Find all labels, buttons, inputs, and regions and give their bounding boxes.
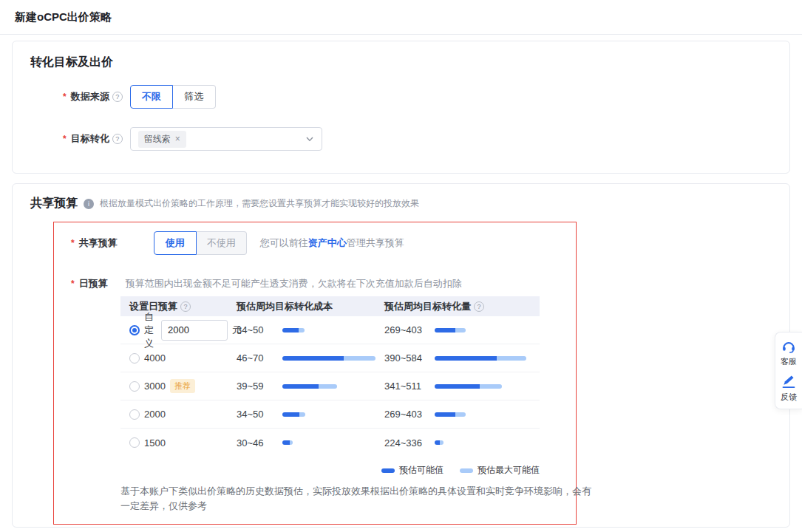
- headset-icon: [781, 339, 796, 354]
- volume-cell: 269~403: [384, 409, 540, 420]
- volume-cell: 390~584: [384, 352, 540, 364]
- budget-option-cell: 2000: [120, 409, 237, 420]
- shared-budget-label: 共享预算: [79, 236, 118, 250]
- bar-segment-possible: [282, 412, 299, 417]
- chevron-down-icon: [305, 134, 314, 143]
- info-icon: i: [84, 199, 94, 209]
- floating-side-panel: 客服 反馈: [775, 332, 802, 409]
- bar-segment-max-possible: [344, 356, 375, 361]
- legend-label: 预估最大可能值: [478, 464, 540, 477]
- pencil-icon: [781, 375, 796, 389]
- cost-estimate-bar: [282, 328, 305, 332]
- tag-close-icon[interactable]: ×: [175, 134, 180, 144]
- budget-option-label: 自定义: [144, 310, 154, 350]
- note-suffix: 管理共享预算: [347, 237, 404, 248]
- volume-estimate-bar: [435, 384, 502, 389]
- bar-segment-max-possible: [440, 440, 444, 445]
- required-asterisk: *: [63, 92, 67, 102]
- conversion-tag-label: 留线索: [144, 133, 171, 146]
- bar-segment-possible: [435, 384, 480, 389]
- bar-legend: 预估可能值 预估最大可能值: [120, 464, 540, 477]
- data-source-label-group: * 数据来源 ?: [63, 90, 123, 103]
- bar-segment-possible: [282, 440, 290, 445]
- data-source-option-unlimited[interactable]: 不限: [130, 85, 173, 109]
- budget-table: 设置日预算 ? 预估周均目标转化成本 预估周均目标转化量 ? 自定义元34~50…: [120, 296, 540, 457]
- customer-service-button[interactable]: 客服: [781, 339, 797, 367]
- shared-budget-hint: 根据放量模式出价策略的工作原理，需要您设置共享预算才能实现较好的投放效果: [100, 197, 419, 210]
- cost-cell: 34~50: [237, 324, 384, 335]
- cost-range-value: 34~50: [237, 324, 282, 335]
- volume-range-value: 269~403: [384, 409, 435, 420]
- budget-option-label: 3000: [144, 381, 166, 392]
- volume-range-value: 341~511: [384, 381, 435, 392]
- cost-range-value: 34~50: [237, 409, 282, 420]
- bar-segment-possible: [435, 412, 455, 417]
- bar-segment-max-possible: [319, 384, 337, 389]
- budget-radio[interactable]: [129, 381, 140, 392]
- bar-segment-max-possible: [455, 328, 466, 332]
- budget-radio[interactable]: [129, 325, 140, 335]
- budget-radio[interactable]: [129, 437, 140, 448]
- shared-budget-option-use[interactable]: 使用: [154, 231, 197, 255]
- cost-range-value: 30~46: [237, 437, 282, 449]
- cost-cell: 34~50: [237, 409, 384, 420]
- target-conversion-select[interactable]: 留线索 ×: [130, 127, 322, 151]
- question-icon[interactable]: ?: [474, 301, 484, 312]
- volume-range-value: 269~403: [384, 324, 435, 335]
- cost-cell: 30~46: [237, 437, 384, 449]
- data-source-segment: 不限 筛选: [130, 85, 216, 109]
- shared-budget-section-title: 共享预算: [30, 196, 78, 211]
- bar-segment-possible: [282, 356, 344, 361]
- legend-item-max-possible: 预估最大可能值: [460, 464, 540, 477]
- bar-segment-max-possible: [480, 384, 502, 389]
- recommend-badge: 推荐: [170, 379, 195, 393]
- question-icon[interactable]: ?: [112, 134, 123, 144]
- estimate-footnote: 基于本账户下类似出价策略的历史数据预估，实际投放效果根据出价策略的具体设置和实时…: [120, 484, 594, 514]
- budget-option-row: 自定义元34~50269~403: [120, 316, 540, 344]
- budget-table-body: 自定义元34~50269~403400046~70390~5843000推荐39…: [120, 316, 540, 457]
- shared-budget-label-group: * 共享预算: [71, 236, 118, 250]
- customer-service-label: 客服: [781, 356, 797, 367]
- budget-option-cell: 自定义元: [120, 310, 237, 350]
- budget-radio[interactable]: [129, 353, 140, 364]
- bar-segment-max-possible: [455, 412, 466, 417]
- feedback-button[interactable]: 反馈: [781, 375, 797, 403]
- shared-budget-section: 共享预算 i 根据放量模式出价策略的工作原理，需要您设置共享预算才能实现较好的投…: [12, 183, 790, 528]
- data-source-option-filter[interactable]: 筛选: [173, 85, 216, 109]
- legend-item-possible: 预估可能值: [381, 464, 444, 477]
- target-conversion-label: 目标转化: [71, 132, 109, 146]
- asset-center-note: 您可以前往资产中心管理共享预算: [260, 236, 404, 250]
- daily-budget-label: 日预算: [79, 277, 108, 290]
- bar-segment-possible: [282, 328, 299, 332]
- data-source-label: 数据来源: [71, 90, 109, 103]
- bar-segment-possible: [435, 356, 497, 361]
- cost-range-value: 39~59: [237, 381, 282, 392]
- cost-estimate-bar: [282, 356, 375, 361]
- volume-cell: 341~511: [384, 381, 540, 392]
- volume-estimate-bar: [435, 412, 466, 417]
- highlight-red-box: * 共享预算 使用 不使用 您可以前往资产中心管理共享预算 * 日预算 预算范围…: [53, 222, 577, 525]
- header-estimated-volume: 预估周均目标转化量: [384, 300, 471, 313]
- asset-center-link[interactable]: 资产中心: [308, 237, 347, 248]
- cost-cell: 39~59: [237, 381, 384, 392]
- custom-budget-input[interactable]: [161, 320, 228, 341]
- legend-swatch-dark: [381, 468, 395, 473]
- budget-option-label: 2000: [144, 409, 166, 420]
- conversion-tag: 留线索 ×: [138, 131, 186, 148]
- cost-estimate-bar: [282, 440, 293, 445]
- budget-option-row: 150030~46224~336: [120, 429, 540, 457]
- page-header: 新建oCPC出价策略: [0, 0, 802, 35]
- question-icon[interactable]: ?: [112, 92, 123, 102]
- volume-cell: 269~403: [384, 324, 540, 335]
- bar-segment-max-possible: [299, 328, 305, 332]
- cost-cell: 46~70: [237, 352, 384, 364]
- bar-segment-possible: [282, 384, 319, 389]
- volume-estimate-bar: [435, 440, 444, 445]
- budget-option-cell: 4000: [120, 352, 237, 364]
- shared-budget-option-nouse[interactable]: 不使用: [197, 231, 247, 255]
- required-asterisk: *: [63, 134, 67, 144]
- budget-radio[interactable]: [129, 409, 140, 420]
- bar-segment-max-possible: [290, 440, 293, 445]
- volume-estimate-bar: [435, 356, 526, 361]
- bar-segment-possible: [435, 328, 455, 332]
